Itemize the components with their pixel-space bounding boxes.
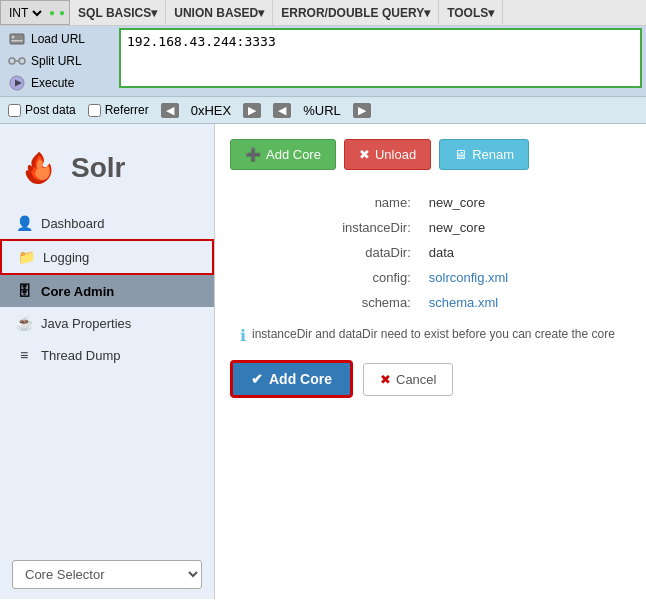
tools-menu[interactable]: TOOLS▾ [439,0,503,25]
sidebar-item-java-properties[interactable]: ☕ Java Properties [0,307,214,339]
post-data-label: Post data [25,103,76,117]
referrer-checkbox[interactable] [88,104,101,117]
sidebar-nav: 👤 Dashboard 📁 Logging 🗄 Core Admin ☕ Jav… [0,207,214,550]
svg-point-1 [12,36,15,39]
schema-value: schema.xml [421,290,631,315]
toolbar: INT ● ● SQL BASICS▾ UNION BASED▾ ERROR/D… [0,0,646,26]
main-area: Solr 👤 Dashboard 📁 Logging 🗄 Core Admin … [0,124,646,599]
execute-label: Execute [31,76,74,90]
sidebar-item-dashboard[interactable]: 👤 Dashboard [0,207,214,239]
url-encode-left-arrow[interactable]: ◀ [273,103,291,118]
add-core-button[interactable]: ➕ Add Core [230,139,336,170]
logging-icon: 📁 [17,248,35,266]
split-url-icon [8,52,26,70]
instance-dir-row: instanceDir: new_core [230,215,631,240]
java-properties-label: Java Properties [41,316,131,331]
sidebar-item-thread-dump[interactable]: ≡ Thread Dump [0,339,214,371]
thread-dump-label: Thread Dump [41,348,120,363]
cancel-icon: ✖ [380,372,391,387]
name-value: new_core [421,190,631,215]
split-url-label: Split URL [31,54,82,68]
hex-left-arrow[interactable]: ◀ [161,103,179,118]
error-double-query-menu[interactable]: ERROR/DOUBLE QUERY▾ [273,0,439,25]
name-row: name: new_core [230,190,631,215]
java-properties-icon: ☕ [15,314,33,332]
rename-icon: 🖥 [454,147,467,162]
execute-icon [8,74,26,92]
green-dot-1: ● [49,7,55,18]
referrer-checkbox-label[interactable]: Referrer [88,103,149,117]
green-dot-2: ● [59,7,65,18]
data-dir-label: dataDir: [230,240,421,265]
post-data-checkbox[interactable] [8,104,21,117]
url-area: Load URL Split URL Execute 192.168 [0,26,646,96]
dashboard-icon: 👤 [15,214,33,232]
add-core-main-label: Add Core [269,371,332,387]
info-note-text: instanceDir and dataDir need to exist be… [252,327,615,341]
info-icon: ℹ [240,326,246,345]
solr-logo: Solr [0,134,214,207]
instance-dir-value: new_core [421,215,631,240]
load-url-icon [8,30,26,48]
core-admin-icon: 🗄 [15,282,33,300]
info-table: name: new_core instanceDir: new_core dat… [230,190,631,315]
options-bar: Post data Referrer ◀ 0xHEX ▶ ◀ %URL ▶ [0,96,646,124]
bottom-buttons: ✔ Add Core ✖ Cancel [230,360,631,398]
cancel-button[interactable]: ✖ Cancel [363,363,453,396]
rename-button[interactable]: 🖥 Renam [439,139,529,170]
sql-basics-menu[interactable]: SQL BASICS▾ [70,0,166,25]
unload-icon: ✖ [359,147,370,162]
config-row: config: solrconfig.xml [230,265,631,290]
core-selector-area: Core Selector [0,550,214,599]
dashboard-label: Dashboard [41,216,105,231]
unload-label: Unload [375,147,416,162]
load-url-action[interactable]: Load URL [4,28,119,50]
load-url-label: Load URL [31,32,85,46]
data-dir-value: data [421,240,631,265]
core-selector-select[interactable]: Core Selector [12,560,202,589]
url-sidebar: Load URL Split URL Execute [4,28,119,94]
config-value: solrconfig.xml [421,265,631,290]
toolbar-select[interactable]: INT ● ● [0,0,70,25]
rename-label: Renam [472,147,514,162]
data-dir-row: dataDir: data [230,240,631,265]
add-core-main-button[interactable]: ✔ Add Core [230,360,353,398]
svg-rect-2 [11,40,23,42]
schema-label: schema: [230,290,421,315]
int-select[interactable]: INT [5,5,45,21]
sidebar-item-core-admin[interactable]: 🗄 Core Admin [0,275,214,307]
split-url-action[interactable]: Split URL [4,50,119,72]
instance-dir-label: instanceDir: [230,215,421,240]
svg-point-4 [19,58,25,64]
add-core-label: Add Core [266,147,321,162]
add-core-main-icon: ✔ [251,371,263,387]
cancel-label: Cancel [396,372,436,387]
thread-dump-icon: ≡ [15,346,33,364]
url-input[interactable]: 192.168.43.244:3333 [119,28,642,88]
sidebar-item-logging[interactable]: 📁 Logging [0,239,214,275]
union-based-menu[interactable]: UNION BASED▾ [166,0,273,25]
core-admin-label: Core Admin [41,284,114,299]
info-note: ℹ instanceDir and dataDir need to exist … [230,327,631,345]
url-encode-label: %URL [303,103,341,118]
schema-row: schema: schema.xml [230,290,631,315]
svg-rect-0 [10,34,24,44]
svg-point-3 [9,58,15,64]
toolbar-menus: SQL BASICS▾ UNION BASED▾ ERROR/DOUBLE QU… [70,0,503,25]
action-buttons: ➕ Add Core ✖ Unload 🖥 Renam [230,139,631,170]
hex-right-arrow[interactable]: ▶ [243,103,261,118]
logging-label: Logging [43,250,89,265]
name-label: name: [230,190,421,215]
solr-logo-text: Solr [71,152,125,184]
sidebar: Solr 👤 Dashboard 📁 Logging 🗄 Core Admin … [0,124,215,599]
execute-action[interactable]: Execute [4,72,119,94]
url-input-area: 192.168.43.244:3333 [119,28,642,94]
post-data-checkbox-label[interactable]: Post data [8,103,76,117]
url-encode-right-arrow[interactable]: ▶ [353,103,371,118]
add-core-icon: ➕ [245,147,261,162]
unload-button[interactable]: ✖ Unload [344,139,431,170]
referrer-label: Referrer [105,103,149,117]
config-label: config: [230,265,421,290]
hex-label: 0xHEX [191,103,231,118]
content-panel: ➕ Add Core ✖ Unload 🖥 Renam name: new_co… [215,124,646,599]
